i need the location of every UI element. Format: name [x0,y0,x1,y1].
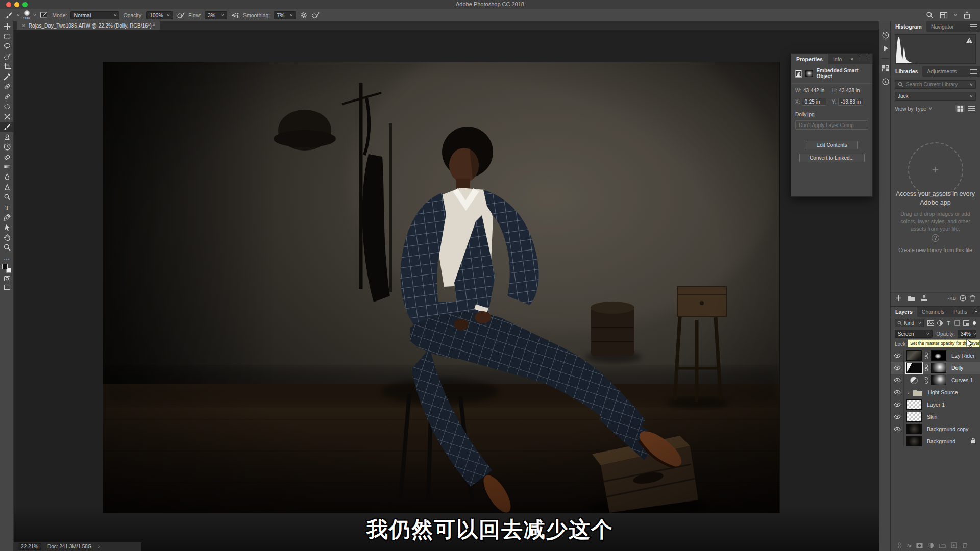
visibility-eye-icon[interactable] [891,374,904,386]
layer-row[interactable]: Layer 1 [891,398,980,411]
lasso-tool[interactable] [0,41,14,52]
info-panel-icon[interactable] [879,75,891,88]
trash-icon[interactable] [970,295,975,302]
search-icon[interactable] [926,11,934,19]
chevron-down-icon[interactable]: ∨ [928,106,933,111]
filter-pixel-layers-icon[interactable] [927,320,934,326]
close-icon[interactable]: × [22,23,25,29]
visibility-eye-icon[interactable] [891,362,904,374]
chevron-down-icon[interactable]: ∨ [16,13,20,17]
brush-tool-preset-icon[interactable] [5,11,13,19]
history-panel-icon[interactable] [879,29,891,42]
panel-menu-icon[interactable] [970,69,977,74]
toggle-brush-panel-icon[interactable] [40,11,48,19]
visibility-eye-icon[interactable] [891,398,904,411]
tab-channels[interactable]: Channels [917,307,949,317]
warning-icon[interactable] [966,37,973,46]
chevron-down-icon[interactable]: ∨ [33,13,37,17]
library-search-input[interactable]: Search Current Library ∨ [895,80,976,89]
layer-row[interactable]: Skin [891,411,980,423]
layer-mask-thumbnail[interactable] [906,363,922,373]
content-aware-move-tool[interactable] [0,112,14,122]
create-library-link[interactable]: Create new library from this file [891,247,980,253]
layer-name[interactable]: Background copy [927,426,968,432]
visibility-eye-icon[interactable] [891,411,904,423]
layer-name[interactable]: Light Source [928,389,958,395]
filter-adjustment-layers-icon[interactable] [937,320,943,326]
tab-paths[interactable]: Paths [949,307,972,317]
layer-row[interactable]: Curves 1 [891,374,980,386]
layer-name[interactable]: Background [927,438,955,444]
layer-name[interactable]: Skin [927,414,937,420]
tab-properties[interactable]: Properties [791,54,828,64]
folder-icon[interactable] [908,295,915,302]
layer-thumbnail[interactable] [906,424,922,434]
sync-icon[interactable] [960,295,966,302]
pen-tool[interactable] [0,212,14,222]
filter-kind-select[interactable]: Kind ∨ [895,319,924,327]
move-tool[interactable] [0,21,14,32]
grid-view-icon[interactable] [955,105,965,112]
layer-thumbnail[interactable] [931,363,946,373]
layer-thumbnail[interactable] [906,412,922,422]
view-by-type-label[interactable]: View by Type [895,106,926,112]
history-brush-tool[interactable] [0,142,14,152]
tab-layers[interactable]: Layers [891,307,917,317]
tab-libraries[interactable]: Libraries [891,66,922,77]
layer-comp-select[interactable]: Don't Apply Layer Comp [795,120,868,130]
filter-shape-layers-icon[interactable] [954,320,960,326]
visibility-eye-empty[interactable] [891,435,904,447]
mode-select[interactable]: Normal ∨ [70,11,119,19]
collapsed-panel-icon[interactable] [879,62,891,75]
visibility-eye-icon[interactable] [891,386,904,398]
smoothing-select[interactable]: 7% ∨ [274,11,296,19]
visibility-eye-icon[interactable] [891,423,904,435]
layer-thumbnail[interactable] [906,399,922,410]
clone-stamp-tool[interactable] [0,132,14,142]
screen-mode-button[interactable] [0,284,14,290]
tab-navigator[interactable]: Navigator [926,21,959,32]
layer-name[interactable]: Ezy Rider [951,353,975,359]
share-icon[interactable] [963,11,971,19]
pressure-size-icon[interactable] [311,11,320,19]
opacity-select[interactable]: 100% ∨ [146,11,173,19]
zoom-level-field[interactable]: 22.21% [18,543,41,550]
layer-thumbnail[interactable] [906,350,922,361]
filter-smart-object-icon[interactable] [963,320,969,326]
tab-info[interactable]: Info [828,54,847,64]
layer-mask-thumbnail[interactable] [931,350,946,361]
workspace-icon[interactable] [940,12,948,19]
library-select[interactable]: Jack ∨ [895,92,976,101]
expand-chevron-icon[interactable]: › [908,389,910,395]
pressure-opacity-icon[interactable] [177,11,185,19]
status-chevron-icon[interactable]: › [98,544,100,549]
marquee-tool[interactable] [0,32,14,42]
flow-select[interactable]: 3% ∨ [205,11,227,19]
patch-tool[interactable] [0,102,14,112]
layer-row[interactable]: Background copy [891,423,980,435]
blend-mode-select[interactable]: Screen ∨ [895,330,933,338]
zoom-tool[interactable] [0,242,14,253]
actions-panel-icon[interactable] [879,42,891,55]
chevron-down-icon[interactable]: ∨ [953,13,958,17]
layer-opacity-field[interactable]: 34% ∨ [958,330,976,338]
layer-name[interactable]: Dolly [951,365,963,371]
filter-type-layers-icon[interactable]: T [946,320,951,326]
x-field[interactable]: 0.25 in [802,98,826,106]
quick-mask-button[interactable] [0,275,14,282]
layer-name[interactable]: Curves 1 [951,377,973,383]
layer-group-row[interactable]: › Light Source [891,386,980,398]
upload-icon[interactable] [921,295,927,302]
spot-healing-brush-tool[interactable] [0,82,14,92]
blur-tool[interactable] [0,172,14,182]
layer-row-selected[interactable]: Dolly [891,362,980,374]
canvas-pasteboard[interactable]: 22.21% Doc: 241.3M/1.58G › [14,30,879,551]
visibility-eye-icon[interactable] [891,349,904,362]
edit-toolbar-icon[interactable]: ··· [4,257,10,262]
list-view-icon[interactable] [967,105,976,112]
foreground-background-colors[interactable] [2,264,11,273]
foreground-color-swatch[interactable] [2,264,8,269]
healing-brush-tool[interactable] [0,92,14,102]
eyedropper-tool[interactable] [0,71,14,82]
dodge-tool[interactable] [0,192,14,203]
